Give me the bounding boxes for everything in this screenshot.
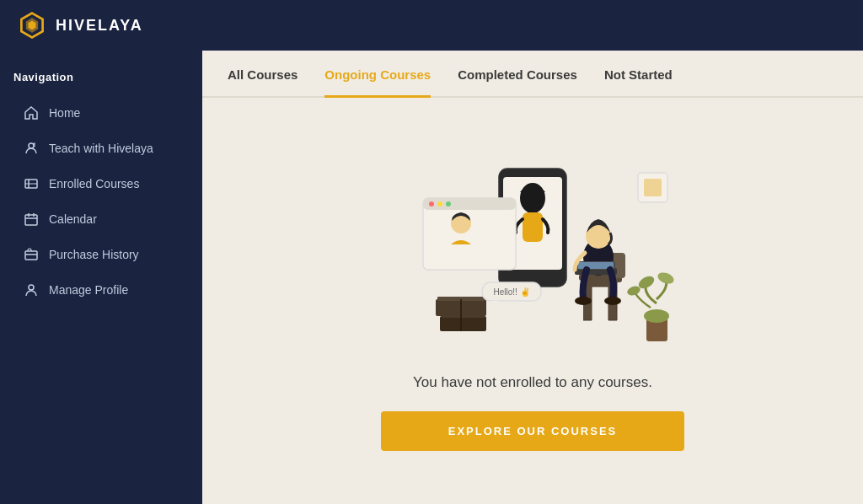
explore-courses-button[interactable]: EXPLORE OUR COURSES <box>381 411 685 451</box>
sidebar-item-calendar[interactable]: Calendar <box>13 203 189 235</box>
svg-point-21 <box>437 201 442 206</box>
svg-rect-11 <box>25 251 37 260</box>
tab-all-courses[interactable]: All Courses <box>228 67 297 98</box>
tab-not-started[interactable]: Not Started <box>604 67 673 98</box>
logo-icon <box>17 10 47 40</box>
sidebar-item-home[interactable]: Home <box>13 97 189 129</box>
svg-rect-45 <box>644 179 662 196</box>
sidebar-item-enrolled-label: Enrolled Courses <box>49 177 139 190</box>
svg-point-13 <box>29 285 34 290</box>
sidebar: Navigation Home Teach with Hivelaya <box>0 51 202 504</box>
empty-illustration: Hello!! ✌ <box>389 152 676 354</box>
tab-ongoing-courses[interactable]: Ongoing Courses <box>324 67 431 98</box>
sidebar-item-purchase-label: Purchase History <box>49 248 139 261</box>
logo-area: HIVELAYA <box>17 10 143 40</box>
sidebar-item-calendar-label: Calendar <box>49 212 97 226</box>
nav-label: Navigation <box>13 71 189 83</box>
sidebar-item-profile[interactable]: Manage Profile <box>13 274 189 306</box>
header: HIVELAYA <box>0 0 863 51</box>
enrolled-icon <box>24 176 39 191</box>
svg-point-34 <box>604 297 621 305</box>
svg-point-22 <box>446 201 451 206</box>
svg-point-20 <box>429 201 434 206</box>
svg-text:Hello!! ✌: Hello!! ✌ <box>493 287 530 298</box>
sidebar-item-teach[interactable]: Teach with Hivelaya <box>13 132 189 164</box>
content-area: All Courses Ongoing Courses Completed Co… <box>202 51 863 504</box>
empty-message: You have not enrolled to any courses. <box>413 374 652 391</box>
svg-marker-43 <box>490 301 499 308</box>
svg-point-47 <box>644 309 669 323</box>
sidebar-item-enrolled[interactable]: Enrolled Courses <box>13 168 189 200</box>
svg-rect-19 <box>423 198 516 210</box>
svg-rect-37 <box>440 316 486 331</box>
main-layout: Navigation Home Teach with Hivelaya <box>0 51 863 504</box>
purchase-icon <box>24 247 39 262</box>
sidebar-item-home-label: Home <box>49 106 80 120</box>
profile-icon <box>24 282 39 298</box>
sidebar-item-purchase[interactable]: Purchase History <box>13 239 189 271</box>
svg-rect-38 <box>442 314 485 318</box>
svg-rect-17 <box>523 212 543 242</box>
calendar-icon <box>24 212 39 227</box>
sidebar-item-profile-label: Manage Profile <box>49 283 128 297</box>
svg-point-33 <box>575 297 592 305</box>
home-icon <box>24 105 39 121</box>
empty-state: Hello!! ✌ You have not enrolled to any c… <box>202 98 863 504</box>
teach-icon <box>24 141 39 156</box>
sidebar-item-teach-label: Teach with Hivelaya <box>49 142 153 155</box>
svg-rect-7 <box>25 215 37 225</box>
tabs-bar: All Courses Ongoing Courses Completed Co… <box>202 51 863 98</box>
logo-text: HIVELAYA <box>56 17 143 35</box>
tab-completed-courses[interactable]: Completed Courses <box>458 67 577 98</box>
